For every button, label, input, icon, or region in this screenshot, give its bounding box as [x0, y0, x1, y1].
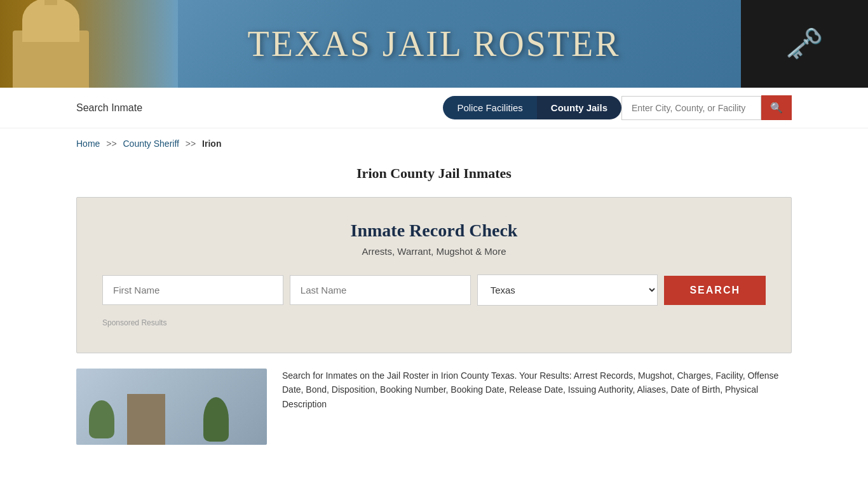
record-check-subtitle: Arrests, Warrant, Mugshot & More: [102, 246, 766, 257]
record-search-button[interactable]: SEARCH: [664, 276, 766, 305]
record-check-section: Inmate Record Check Arrests, Warrant, Mu…: [76, 197, 792, 353]
breadcrumb: Home >> County Sheriff >> Irion: [0, 128, 868, 159]
banner-title: Texas Jail Roster: [247, 24, 620, 64]
sponsored-label: Sponsored Results: [102, 318, 766, 327]
breadcrumb-sep2: >>: [186, 139, 196, 149]
search-inmate-label: Search Inmate: [76, 102, 142, 114]
capitol-rotunda: [22, 0, 79, 42]
capitol-top: [44, 0, 57, 5]
search-icon: 🔍: [770, 102, 783, 113]
bottom-section: Search for Inmates on the Jail Roster in…: [76, 369, 792, 445]
tree-right: [203, 397, 229, 442]
county-jails-button[interactable]: County Jails: [537, 96, 621, 119]
courthouse-building: [127, 394, 165, 445]
last-name-input[interactable]: [290, 275, 471, 305]
record-check-title: Inmate Record Check: [102, 220, 766, 241]
banner-left-image: [0, 0, 178, 88]
bottom-description: Search for Inmates on the Jail Roster in…: [282, 369, 792, 445]
tree-left: [89, 400, 114, 438]
facility-search-button[interactable]: 🔍: [761, 95, 792, 120]
breadcrumb-home-link[interactable]: Home: [76, 139, 100, 149]
nav-right-controls: Police Facilities County Jails 🔍: [443, 95, 792, 120]
nav-bar: Search Inmate Police Facilities County J…: [0, 88, 868, 128]
facility-search-input[interactable]: [621, 96, 761, 120]
bottom-courthouse-image: [76, 369, 267, 445]
header-banner: Texas Jail Roster 🗝️: [0, 0, 868, 88]
breadcrumb-county-sheriff-link[interactable]: County Sheriff: [123, 139, 179, 149]
state-select[interactable]: AlabamaAlaskaArizonaArkansasCaliforniaCo…: [477, 274, 658, 306]
page-title: Irion County Jail Inmates: [0, 159, 868, 197]
breadcrumb-current: Irion: [202, 139, 221, 149]
keys-icon: 🗝️: [785, 26, 824, 62]
banner-right-image: 🗝️: [741, 0, 868, 88]
breadcrumb-sep1: >>: [106, 139, 116, 149]
search-fields: AlabamaAlaskaArizonaArkansasCaliforniaCo…: [102, 274, 766, 306]
first-name-input[interactable]: [102, 275, 283, 305]
police-facilities-button[interactable]: Police Facilities: [443, 96, 536, 119]
